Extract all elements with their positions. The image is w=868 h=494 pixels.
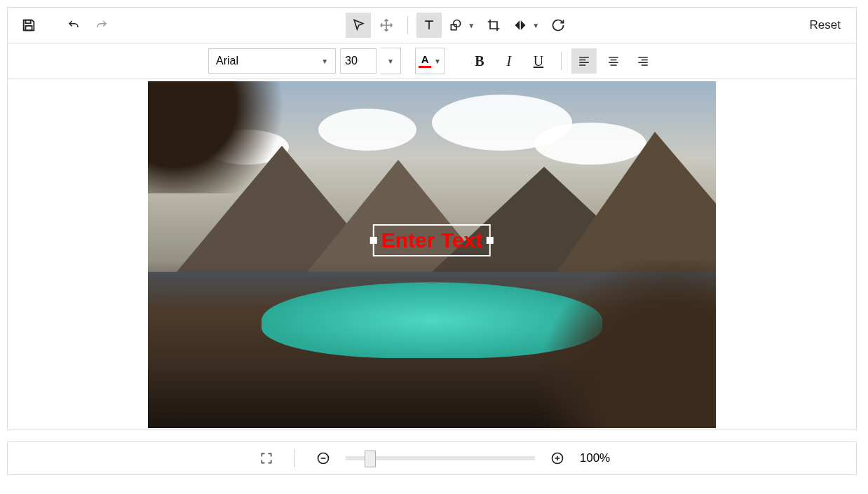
text-annotation-input[interactable]: Enter Text: [381, 228, 482, 252]
main-toolbar: ▼ ▼ Reset: [8, 8, 856, 43]
italic-icon: I: [507, 53, 512, 69]
align-center-button[interactable]: [601, 48, 626, 74]
font-size-dropdown[interactable]: ▼: [381, 48, 401, 74]
resize-handle-right[interactable]: [487, 237, 494, 244]
save-button[interactable]: [16, 13, 41, 38]
save-icon: [21, 18, 36, 33]
move-icon: [379, 18, 393, 32]
align-right-button[interactable]: [630, 48, 656, 74]
fit-icon: [259, 451, 273, 465]
image-background: [318, 109, 416, 151]
font-family-select[interactable]: Arial ▼: [208, 48, 336, 74]
crop-icon: [487, 18, 501, 32]
text-icon: [422, 18, 436, 32]
separator: [294, 449, 295, 467]
font-color-icon: A: [419, 55, 431, 68]
reset-button[interactable]: Reset: [803, 18, 848, 32]
font-color-button[interactable]: A ▼: [415, 48, 445, 74]
text-tool-button[interactable]: [416, 13, 442, 38]
separator: [561, 52, 562, 70]
image-background: [527, 260, 716, 428]
chevron-down-icon: ▼: [434, 57, 441, 65]
separator: [407, 16, 408, 34]
redo-icon: [94, 19, 109, 32]
zoom-slider[interactable]: [346, 456, 535, 460]
svg-rect-0: [25, 20, 30, 24]
underline-button[interactable]: U: [526, 48, 551, 74]
canvas-area: Enter Text: [8, 79, 856, 430]
image-background: [148, 81, 302, 193]
align-left-icon: [577, 55, 591, 67]
flip-icon: [513, 18, 528, 32]
chevron-down-icon: ▼: [468, 22, 475, 29]
zoom-in-button[interactable]: [545, 446, 570, 471]
zoom-bar: 100%: [7, 441, 857, 475]
zoom-out-icon: [316, 451, 330, 465]
italic-button[interactable]: I: [496, 48, 522, 74]
bold-button[interactable]: B: [467, 48, 492, 74]
align-right-icon: [636, 55, 650, 67]
bold-icon: B: [475, 53, 484, 69]
resize-handle-left[interactable]: [370, 237, 377, 244]
redo-button[interactable]: [89, 13, 114, 38]
flip-tool-button[interactable]: ▼: [509, 13, 543, 38]
chevron-down-icon: ▼: [532, 22, 539, 29]
undo-icon: [66, 19, 81, 32]
shape-tool-button[interactable]: ▼: [445, 13, 478, 38]
align-left-button[interactable]: [571, 48, 597, 74]
rotate-tool-button[interactable]: [545, 13, 571, 38]
underline-icon: U: [534, 53, 543, 69]
svg-point-2: [454, 20, 461, 27]
image-editor: ▼ ▼ Reset Arial ▼ ▼: [7, 7, 857, 430]
cursor-tool-button[interactable]: [346, 13, 371, 38]
undo-button[interactable]: [61, 13, 86, 38]
shape-icon: [448, 18, 463, 32]
image-canvas[interactable]: Enter Text: [148, 81, 716, 428]
fit-screen-button[interactable]: [254, 446, 279, 471]
zoom-percent-label: 100%: [580, 451, 610, 465]
cursor-icon: [351, 18, 365, 32]
move-tool-button[interactable]: [374, 13, 399, 38]
svg-rect-1: [25, 26, 32, 30]
font-family-value: Arial: [216, 55, 238, 67]
chevron-down-icon: ▼: [321, 57, 328, 65]
chevron-down-icon: ▼: [387, 57, 394, 65]
image-background: [557, 132, 716, 272]
zoom-in-icon: [550, 451, 564, 465]
text-format-toolbar: Arial ▼ ▼ A ▼ B I U: [8, 43, 856, 79]
font-size-input[interactable]: [340, 48, 377, 74]
rotate-icon: [551, 18, 565, 32]
text-annotation-box[interactable]: Enter Text: [373, 224, 491, 256]
crop-tool-button[interactable]: [481, 13, 506, 38]
align-center-icon: [606, 55, 621, 67]
zoom-out-button[interactable]: [311, 446, 336, 471]
zoom-slider-thumb[interactable]: [365, 451, 376, 467]
